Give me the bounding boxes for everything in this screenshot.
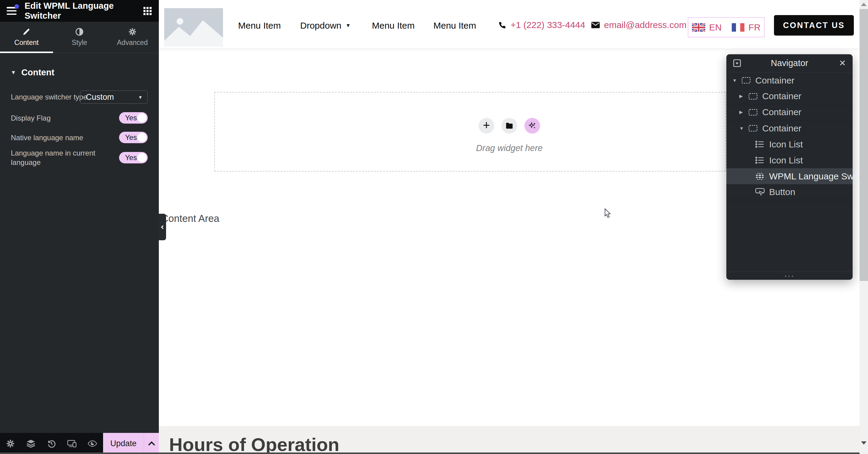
toggle-knob bbox=[137, 153, 147, 162]
envelope-icon bbox=[591, 22, 600, 28]
drop-zone-actions: + bbox=[478, 118, 540, 133]
toggle-control-row: Native language nameYes bbox=[0, 128, 159, 147]
panel-title: Edit WPML Language Switcher bbox=[24, 1, 144, 21]
toggle-switch[interactable]: Yes bbox=[119, 152, 148, 163]
scrollbar-thumb[interactable] bbox=[860, 9, 868, 281]
hamburger-menu-icon[interactable] bbox=[7, 7, 17, 15]
globe-icon bbox=[755, 172, 769, 181]
add-widget-button[interactable]: + bbox=[478, 118, 494, 133]
content-section-title: Content bbox=[22, 67, 55, 78]
elementor-editor: Edit WPML Language Switcher Content bbox=[0, 0, 868, 454]
close-icon[interactable]: ✕ bbox=[839, 58, 846, 68]
toggle-label: Native language name bbox=[11, 133, 107, 142]
toggle-control-row: Language name in current languageYes bbox=[0, 144, 159, 171]
header-email-text: email@address.com bbox=[604, 20, 687, 30]
toggle-switch[interactable]: Yes bbox=[119, 132, 148, 143]
navigator-item-container[interactable]: ▶Container bbox=[726, 88, 852, 104]
tab-style-label: Style bbox=[72, 38, 87, 47]
contact-us-button[interactable]: CONTACT US bbox=[774, 15, 854, 36]
settings-gear-icon[interactable] bbox=[0, 439, 21, 448]
menu-item-label: Menu Item bbox=[372, 21, 415, 31]
preview-eye-icon[interactable] bbox=[82, 439, 102, 448]
update-options-button[interactable] bbox=[144, 433, 159, 454]
language-link-fr[interactable]: FR bbox=[732, 22, 761, 33]
icon-list-icon bbox=[755, 156, 769, 164]
panel-footer: Update bbox=[0, 433, 159, 454]
ai-sparkle-icon bbox=[528, 122, 536, 130]
navigator-item-label: Icon List bbox=[769, 155, 803, 165]
container-icon bbox=[741, 77, 755, 84]
menu-item-label: Dropdown bbox=[300, 21, 341, 31]
navigator-item-icon-list[interactable]: Icon List bbox=[726, 152, 852, 168]
content-section-header[interactable]: ▼ Content bbox=[11, 67, 54, 78]
navigator-item-icon-list[interactable]: Icon List bbox=[726, 136, 852, 152]
bottom-divider bbox=[0, 453, 868, 454]
layers-icon[interactable] bbox=[21, 439, 41, 448]
widgets-grid-icon[interactable] bbox=[144, 7, 152, 15]
navigator-item-container[interactable]: ▶Container bbox=[726, 104, 852, 120]
header-email-link[interactable]: email@address.com bbox=[591, 20, 687, 30]
add-template-button[interactable] bbox=[501, 118, 517, 133]
navigator-item-label: Container bbox=[762, 91, 801, 101]
tab-content[interactable]: Content bbox=[0, 22, 53, 53]
language-link-en[interactable]: EN bbox=[692, 22, 722, 33]
notification-dot bbox=[14, 4, 19, 9]
button-icon bbox=[755, 188, 769, 196]
update-button-group: Update bbox=[103, 433, 159, 454]
caret-down-icon[interactable]: ▼ bbox=[739, 126, 748, 131]
navigator-item-wpml-language-switcher[interactable]: WPML Language Switcher bbox=[726, 168, 852, 184]
update-button[interactable]: Update bbox=[103, 433, 144, 454]
language-switcher-type-label: Language switcher type bbox=[11, 90, 87, 104]
tab-advanced[interactable]: Advanced bbox=[106, 22, 159, 53]
toggle-state-label: Yes bbox=[125, 114, 137, 122]
icon-list-icon bbox=[755, 141, 769, 148]
select-value: Custom bbox=[86, 93, 114, 102]
caret-down-icon[interactable]: ▼ bbox=[733, 78, 741, 83]
navigator-panel: Navigator ✕ ▼Container▶Container▶Contain… bbox=[726, 54, 852, 280]
toggle-switch[interactable]: Yes bbox=[119, 112, 148, 124]
panel-collapse-handle[interactable] bbox=[159, 214, 166, 240]
hours-section: Hours of Operation bbox=[159, 426, 860, 454]
navigator-item-container[interactable]: ▼Container bbox=[726, 120, 852, 136]
menu-item-label: Menu Item bbox=[433, 21, 476, 31]
tab-style[interactable]: Style bbox=[53, 22, 106, 53]
caret-right-icon[interactable]: ▶ bbox=[739, 93, 748, 99]
ai-builder-button[interactable] bbox=[524, 118, 540, 133]
sidebar-header: Edit WPML Language Switcher bbox=[0, 0, 159, 22]
navigator-item-label: Container bbox=[762, 107, 801, 117]
tab-content-label: Content bbox=[14, 38, 39, 47]
menu-item-2[interactable]: Dropdown▼ bbox=[300, 21, 351, 31]
navigator-item-label: WPML Language Switcher bbox=[769, 171, 868, 181]
scroll-up-arrow[interactable] bbox=[861, 3, 867, 6]
panel-tabs: Content Style Advanced bbox=[0, 22, 159, 53]
header-phone-text: +1 (222) 333-4444 bbox=[510, 20, 585, 30]
widget-drop-zone[interactable]: + Drag widget here bbox=[214, 92, 726, 172]
toggle-state-label: Yes bbox=[125, 153, 137, 162]
toggle-label: Language name in current language bbox=[11, 148, 107, 167]
folder-icon bbox=[505, 122, 513, 130]
navigator-header: Navigator ✕ bbox=[726, 54, 852, 72]
hours-heading: Hours of Operation bbox=[169, 434, 339, 454]
scroll-down-arrow[interactable] bbox=[861, 441, 867, 445]
menu-item-4[interactable]: Menu Item bbox=[433, 21, 476, 31]
navigator-item-container[interactable]: ▼Container bbox=[726, 72, 852, 88]
navigator-item-button[interactable]: Button bbox=[726, 184, 852, 200]
logo-placeholder[interactable] bbox=[164, 8, 223, 47]
responsive-devices-icon[interactable] bbox=[61, 439, 82, 448]
menu-item-3[interactable]: Menu Item bbox=[372, 21, 415, 31]
navigator-item-label: Button bbox=[769, 187, 795, 197]
menu-item-1[interactable]: Menu Item bbox=[238, 21, 281, 31]
toggle-knob bbox=[137, 133, 147, 142]
caret-right-icon[interactable]: ▶ bbox=[739, 110, 748, 115]
chevron-up-icon bbox=[148, 441, 155, 448]
header-phone-link[interactable]: +1 (222) 333-4444 bbox=[498, 20, 585, 30]
chevron-down-icon: ▼ bbox=[138, 95, 143, 100]
container-icon bbox=[748, 109, 762, 116]
container-icon bbox=[748, 93, 762, 100]
navigator-resize-handle[interactable]: ... bbox=[726, 272, 852, 280]
language-switcher-type-select[interactable]: Custom ▼ bbox=[80, 90, 148, 104]
chevron-left-icon bbox=[161, 225, 165, 229]
history-icon[interactable] bbox=[41, 439, 61, 448]
toggle-state-label: Yes bbox=[125, 133, 137, 142]
chevron-down-icon: ▼ bbox=[346, 23, 351, 29]
